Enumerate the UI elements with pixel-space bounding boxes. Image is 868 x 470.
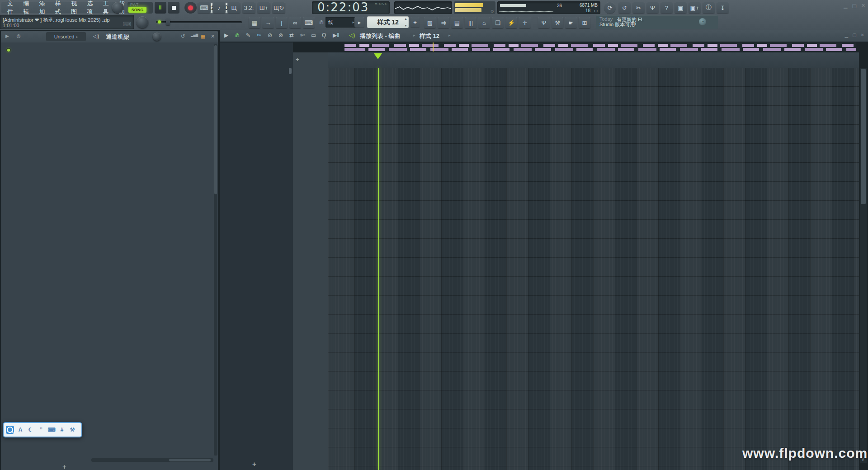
- meter-reset-icon[interactable]: ⟳: [491, 9, 494, 14]
- shuffle-knob[interactable]: [137, 16, 148, 28]
- menu-item-添加[interactable]: 添加: [36, 0, 51, 17]
- typing-icon[interactable]: ⌨: [303, 17, 315, 28]
- metronome-icon[interactable]: ♪: [212, 2, 226, 14]
- rack-play-icon[interactable]: ▶: [5, 33, 9, 38]
- speaker-icon[interactable]: ◁): [93, 33, 99, 39]
- snap-selector[interactable]: 线 ▸: [326, 17, 357, 28]
- undo-icon[interactable]: ↺: [618, 2, 631, 14]
- rack-volume-knob[interactable]: [153, 33, 161, 41]
- fader-tool-icon[interactable]: #: [58, 426, 66, 434]
- cart-icon[interactable]: ⊞: [579, 17, 590, 28]
- add-track-button[interactable]: +: [296, 56, 299, 63]
- menu-item-文件[interactable]: 文件: [4, 0, 19, 17]
- add-pattern-button-bottom[interactable]: +: [252, 460, 256, 468]
- window-control-icon[interactable]: ▢: [852, 3, 856, 9]
- oscilloscope[interactable]: [394, 1, 452, 14]
- hammer-icon[interactable]: ⚒: [552, 17, 563, 28]
- rack-vscroll-handle[interactable]: [214, 45, 217, 194]
- countdown-icon[interactable]: 3.2:: [242, 2, 255, 14]
- main-pitch-slider[interactable]: [156, 21, 242, 23]
- rack-hscroll-handle[interactable]: [169, 459, 211, 461]
- quote-tool-icon[interactable]: ”: [37, 426, 45, 434]
- keyboard-tool-icon[interactable]: ⌨: [47, 426, 56, 434]
- step-record-icon[interactable]: Ш+: [257, 2, 270, 14]
- playlist-window-control-icon[interactable]: ▢: [852, 33, 856, 38]
- minimap-icon[interactable]: ▧: [424, 17, 436, 28]
- plugin-icon[interactable]: ⚡: [505, 17, 517, 28]
- menu-item-视图[interactable]: 视图: [68, 0, 83, 17]
- spinner-down-icon[interactable]: ▼: [404, 24, 407, 27]
- slip-icon[interactable]: ⇄: [289, 32, 294, 38]
- browser-icon[interactable]: ⌂: [478, 17, 490, 28]
- cpu-memory-panel[interactable]: 36 6871 MB 18 ◖◗: [497, 1, 600, 14]
- channel-led[interactable]: [6, 48, 11, 52]
- graph-icon[interactable]: ▂▅▇: [191, 33, 198, 37]
- cut-icon[interactable]: ✂: [632, 2, 645, 14]
- sync-icon[interactable]: ⟳: [604, 2, 616, 14]
- swing-icon[interactable]: ⊚: [16, 33, 21, 39]
- playlist-window-control-icon[interactable]: ✕: [861, 33, 864, 38]
- timeline-ruler[interactable]: [328, 52, 859, 68]
- grid-icon[interactable]: ▦: [201, 33, 205, 39]
- step-piano-toggle-icon[interactable]: ▦: [249, 17, 260, 28]
- pat-mode-button[interactable]: PAT: [130, 2, 139, 7]
- project-title-panel[interactable]: [Administrator ❤ ] 杨丞..rogHouse Mix 2025…: [0, 15, 134, 29]
- pattern-prev-button[interactable]: ▸: [354, 17, 364, 28]
- playlist-vscrollbar[interactable]: ∨: [860, 68, 867, 463]
- add-channel-button[interactable]: +: [62, 463, 66, 470]
- draw-icon[interactable]: ✎: [246, 32, 250, 38]
- menu-item-样式[interactable]: 样式: [52, 0, 67, 17]
- tools-icon[interactable]: ✛: [519, 17, 531, 28]
- arrow-icon[interactable]: →: [262, 17, 274, 28]
- text-tool-icon[interactable]: A: [16, 426, 24, 434]
- zoom-icon[interactable]: Q: [322, 32, 326, 38]
- help-icon[interactable]: ?: [660, 2, 673, 14]
- close-icon[interactable]: ✕: [211, 33, 215, 39]
- link-icon[interactable]: ∞: [289, 17, 301, 28]
- playlist-grid[interactable]: [328, 68, 859, 470]
- slide-icon[interactable]: ⇉: [438, 17, 449, 28]
- save-new-icon[interactable]: ▣+: [689, 2, 701, 14]
- main-volume-knob[interactable]: [112, 2, 123, 13]
- channel-filter-selector[interactable]: Unsorted ▸: [46, 32, 86, 41]
- play-pause-button[interactable]: ‖: [155, 2, 166, 14]
- playlist-window-control-icon[interactable]: ▁: [844, 33, 848, 38]
- update-notification[interactable]: Today 有更新的 FL Studio 版本可用! ◔: [596, 15, 718, 29]
- save-icon[interactable]: ▣: [675, 2, 687, 14]
- window-control-icon[interactable]: ✕: [861, 3, 865, 9]
- play-tool-icon[interactable]: ▶: [224, 32, 228, 38]
- rack-vscrollbar[interactable]: [214, 44, 217, 456]
- mic-record-icon[interactable]: Ψ: [646, 2, 659, 14]
- zoom-tool-icon[interactable]: [6, 426, 14, 434]
- pattern-scroll-hint[interactable]: [289, 68, 292, 74]
- sleep-tool-icon[interactable]: ☾: [27, 426, 35, 434]
- channel-rack-icon[interactable]: ▤: [451, 17, 463, 28]
- info-icon[interactable]: ⓘ: [703, 2, 715, 14]
- preview-icon[interactable]: ▶‖: [333, 32, 339, 38]
- pattern-selector[interactable]: 样式 12 ▲ ▼: [367, 16, 409, 28]
- wait-input-icon[interactable]: Щ: [227, 2, 241, 14]
- mute-tool-icon[interactable]: ⊗: [278, 32, 283, 38]
- select-icon[interactable]: ▭: [311, 32, 316, 38]
- add-pattern-button[interactable]: +: [410, 17, 420, 28]
- menu-item-编辑[interactable]: 编辑: [20, 0, 35, 17]
- playlist-minimap[interactable]: [344, 42, 856, 52]
- pat-song-toggle[interactable]: PAT SONG: [127, 2, 153, 14]
- slider-thumb[interactable]: [166, 19, 170, 25]
- delete-icon[interactable]: ⊘: [268, 32, 272, 38]
- copy-icon[interactable]: ❏: [492, 17, 504, 28]
- record-button[interactable]: [184, 2, 197, 14]
- portamento-icon[interactable]: ʃ: [276, 17, 288, 28]
- blend-record-icon[interactable]: Щ↻: [272, 2, 285, 14]
- playlist-speaker-icon[interactable]: ◁): [349, 32, 355, 38]
- output-meter[interactable]: ⟳: [454, 1, 495, 14]
- splitter-icon[interactable]: Ψ: [538, 17, 550, 28]
- time-display-panel[interactable]: 0:22:03 M:S:CS: [312, 1, 390, 14]
- playlist-vscroll-handle[interactable]: [861, 69, 866, 204]
- mixer-icon[interactable]: |||: [465, 17, 476, 28]
- undo-icon[interactable]: ↺: [181, 33, 185, 39]
- playhead-marker[interactable]: [374, 53, 382, 59]
- playlist-crumb-pattern[interactable]: 样式 12: [420, 32, 439, 40]
- window-control-icon[interactable]: ▁: [844, 3, 847, 9]
- download-icon[interactable]: ↧: [717, 2, 729, 14]
